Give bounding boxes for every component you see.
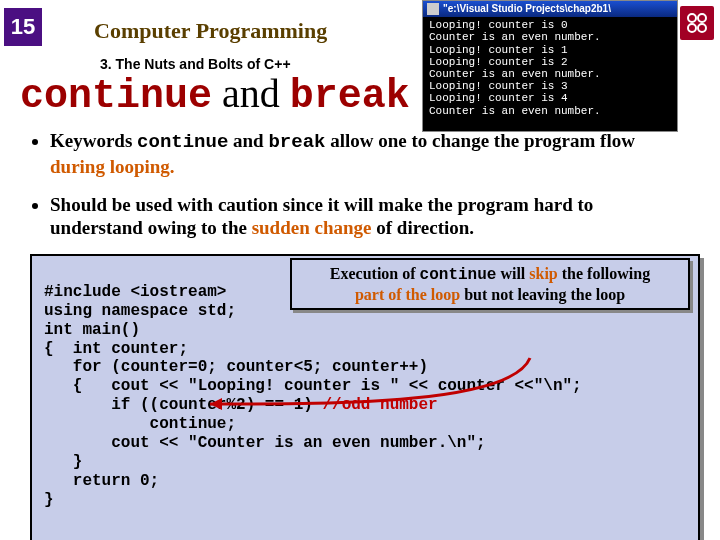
code-line: { int counter; [44,340,188,358]
console-line: Looping! counter is 2 [429,56,671,68]
code-line: int main() [44,321,140,339]
svg-point-2 [688,24,696,32]
console-window: "e:\Visual Studio Projects\chap2b1\ Loop… [422,0,678,132]
console-line: Counter is an even number. [429,105,671,117]
title-and: and [212,71,290,116]
svg-point-0 [688,14,696,22]
console-line: Looping! counter is 0 [429,19,671,31]
console-line: Looping! counter is 1 [429,44,671,56]
svg-point-3 [698,24,706,32]
bullet-item: Should be used with caution since it wil… [50,193,690,241]
title-kw-continue: continue [20,74,212,119]
console-titlebar: "e:\Visual Studio Projects\chap2b1\ [423,1,677,17]
bullet-list: Keywords continue and break allow one to… [30,129,690,240]
console-line: Counter is an even number. [429,31,671,43]
console-line: Looping! counter is 3 [429,80,671,92]
code-comment: //odd number [322,396,437,414]
title-kw-break: break [290,74,410,119]
code-line: return 0; [44,472,159,490]
code-line: for (counter=0; counter<5; counter++) [44,358,428,376]
code-line: } [44,453,82,471]
console-line: Counter is an even number. [429,68,671,80]
code-line: continue; [44,415,236,433]
course-title: Computer Programming [94,18,327,44]
code-line: #include <iostream> [44,283,226,301]
svg-point-1 [698,14,706,22]
code-line: } [44,491,54,509]
code-listing: #include <iostream> using namespace std;… [30,254,700,540]
code-line: cout << "Counter is an even number.\n"; [44,434,486,452]
code-line: { cout << "Looping! counter is " << coun… [44,377,582,395]
slide-number: 15 [4,8,42,46]
code-line: if ((counter%2) == 1) [44,396,322,414]
bullet-item: Keywords continue and break allow one to… [50,129,690,179]
university-logo [680,6,714,40]
code-line: using namespace std; [44,302,236,320]
console-line: Looping! counter is 4 [429,92,671,104]
callout-box: Execution of continue will skip the foll… [290,258,690,310]
console-output: Looping! counter is 0 Counter is an even… [423,17,677,119]
